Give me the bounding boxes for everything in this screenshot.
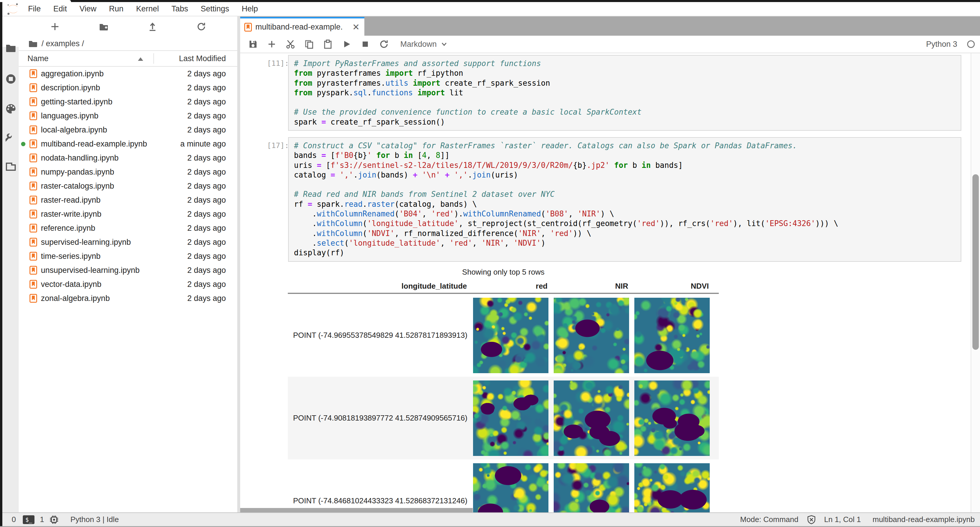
refresh-icon[interactable] [196,22,206,32]
code-cell-1[interactable]: # Import PyRasterFrames and assorted sup… [288,55,961,131]
breadcrumb[interactable]: / examples / [19,37,237,50]
file-modified: 2 days ago [187,252,226,261]
notebook-content[interactable]: Showing only top 5 rows longitude_latitu… [240,53,980,513]
code-line: from pyrasterframes.utils import create_… [294,78,955,88]
file-row-zonal-algebra[interactable]: zonal-algebra.ipynb2 days ago [19,291,237,305]
notebook-file-icon [30,210,37,219]
kernel-count[interactable]: 1 [40,515,44,524]
file-row-vector-data[interactable]: vector-data.ipynb2 days ago [19,277,237,291]
cell-type-value: Markdown [400,40,437,49]
cell-band-NIR [551,460,632,513]
menu-item-help[interactable]: Help [242,5,258,13]
save-icon[interactable] [248,40,258,49]
menu-item-run[interactable]: Run [109,5,124,13]
trust-shield-icon[interactable] [807,515,816,524]
stop-icon[interactable] [361,40,370,49]
code-line: # Import PyRasterFrames and assorted sup… [294,59,955,69]
file-row-multiband-read-example[interactable]: multiband-read-example.ipynba minute ago [19,137,237,151]
file-row-aggregation[interactable]: aggregation.ipynb2 days ago [19,67,237,81]
palette-icon[interactable] [6,104,16,114]
upload-icon[interactable] [148,22,158,32]
status-filename[interactable]: multiband-read-example.ipynb [872,515,975,524]
cell-band-NDVI [632,294,712,377]
table-header-longitude_latitude: longitude_latitude [288,282,471,291]
file-name: raster-write.ipynb [41,210,102,219]
paste-icon[interactable] [323,40,332,49]
file-row-raster-read[interactable]: raster-read.ipynb2 days ago [19,193,237,207]
mode-indicator[interactable]: Mode: Command [740,515,798,524]
sort-ascending-icon[interactable] [138,57,143,61]
vertical-scrollbar-thumb[interactable] [972,174,979,350]
menu-item-edit[interactable]: Edit [54,5,67,13]
kernel-chip-icon[interactable] [49,515,59,524]
file-row-numpy-pandas[interactable]: numpy-pandas.ipynb2 days ago [19,165,237,179]
horizontal-scrollbar-thumb[interactable] [240,508,473,513]
file-modified: 2 days ago [187,238,226,247]
panel-divider[interactable] [237,16,240,527]
file-row-languages[interactable]: languages.ipynb2 days ago [19,109,237,123]
running-sessions-icon[interactable] [6,74,16,84]
restart-icon[interactable] [379,40,388,49]
cursor-position[interactable]: Ln 1, Col 1 [824,515,861,524]
status-right: Mode: Command Ln 1, Col 1 multiband-read… [740,515,975,524]
kernel-name: Python 3 [926,40,957,49]
kernel-status-icon [967,40,975,48]
menu-item-view[interactable]: View [80,5,96,13]
code-line: .withColumnRenamed('B04', 'red').withCol… [294,209,955,219]
tab-close-icon[interactable]: ✕ [352,22,360,32]
file-row-raster-catalogs[interactable]: raster-catalogs.ipynb2 days ago [19,179,237,193]
file-modified: 2 days ago [187,294,226,303]
terminal-icon[interactable]: $_ [23,515,35,524]
cut-icon[interactable] [286,40,295,49]
menu-item-file[interactable]: File [28,5,41,13]
menu-items: FileEditViewRunKernelTabsSettingsHelp [28,5,258,13]
tools-icon[interactable] [6,133,16,143]
cell-longitude-latitude: POINT (-74.90818193897772 41.52874909565… [288,377,471,460]
file-name: raster-read.ipynb [41,196,100,205]
menu-item-kernel[interactable]: Kernel [136,5,159,13]
new-launcher-icon[interactable] [50,22,60,32]
code-line [294,180,955,190]
raster-thumbnail-NIR [554,380,629,456]
copy-icon[interactable] [304,40,314,49]
code-cell-2[interactable]: # Construct a CSV "catalog" for RasterFr… [288,137,961,262]
file-row-supervised-learning[interactable]: supervised-learning.ipynb2 days ago [19,235,237,249]
tab-title: multiband-read-example.ipynb [255,22,343,32]
file-row-getting-started[interactable]: getting-started.ipynb2 days ago [19,95,237,109]
new-folder-icon[interactable] [99,22,109,32]
raster-thumbnail-red [473,380,549,456]
raster-thumbnail-red [473,463,549,513]
column-header-name[interactable]: Name [27,54,48,63]
file-row-reference[interactable]: reference.ipynb2 days ago [19,221,237,235]
file-row-nodata-handling[interactable]: nodata-handling.ipynb2 days ago [19,151,237,165]
menu-item-tabs[interactable]: Tabs [172,5,188,13]
notebook-file-icon [30,97,37,106]
file-name: multiband-read-example.ipynb [41,139,147,149]
menu-item-settings[interactable]: Settings [201,5,229,13]
terminal-count[interactable]: 0 [12,515,16,524]
file-row-description[interactable]: description.ipynb2 days ago [19,81,237,95]
cell-band-red [471,377,551,460]
tabs-panel-icon[interactable] [6,161,16,172]
vertical-scrollbar[interactable] [970,53,980,513]
code-line: .select('longitude_latitude', 'red', 'NI… [294,238,955,248]
table-row: POINT (-74.96955378549829 41.52878171893… [288,294,719,377]
file-name: raster-catalogs.ipynb [41,182,114,191]
file-row-time-series[interactable]: time-series.ipynb2 days ago [19,249,237,263]
notebook-tab[interactable]: multiband-read-example.ipynb ✕ [240,17,364,36]
notebook-file-icon [30,112,37,120]
file-row-local-algebra[interactable]: local-algebra.ipynb2 days ago [19,123,237,137]
run-icon[interactable] [342,40,351,49]
column-header-modified[interactable]: Last Modified [179,54,226,63]
file-browser-icon[interactable] [6,43,16,53]
add-cell-icon[interactable] [267,40,277,49]
kernel-status-text[interactable]: Python 3 | Idle [70,515,119,524]
kernel-indicator[interactable]: Python 3 [926,40,975,49]
file-name: unsupervised-learning.ipynb [41,266,140,275]
file-modified: 2 days ago [187,83,226,93]
file-row-raster-write[interactable]: raster-write.ipynb2 days ago [19,207,237,221]
file-name: reference.ipynb [41,224,95,233]
modified-dot [21,142,25,146]
file-row-unsupervised-learning[interactable]: unsupervised-learning.ipynb2 days ago [19,263,237,277]
cell-type-dropdown[interactable]: Markdown [400,40,447,49]
